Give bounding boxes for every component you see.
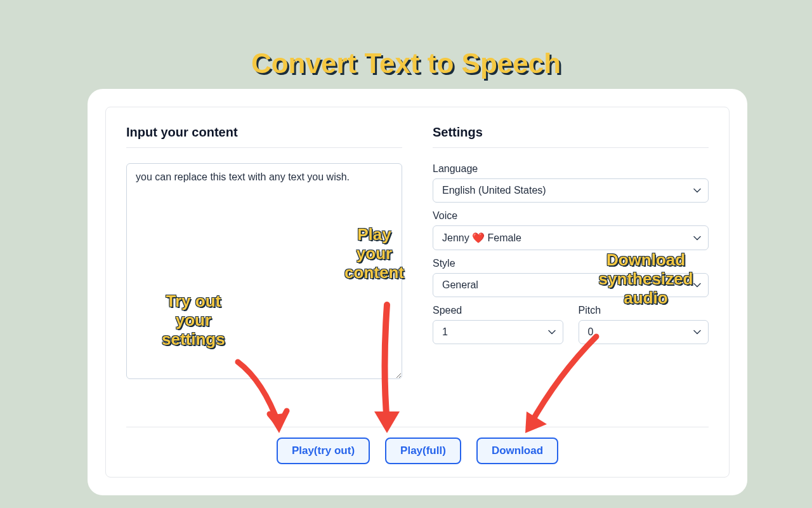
annotation-download: Download synthesized audio (576, 251, 716, 308)
arrow-icon (508, 330, 609, 444)
speed-label: Speed (433, 305, 563, 316)
svg-marker-0 (268, 413, 289, 433)
language-select[interactable]: English (United States) (433, 178, 709, 203)
svg-marker-1 (374, 411, 400, 433)
voice-label: Voice (433, 210, 709, 222)
language-label: Language (433, 163, 709, 175)
voice-select[interactable]: Jenny ❤️ Female (433, 225, 709, 250)
divider (126, 427, 709, 427)
annotation-tryout: Try out your settings (162, 292, 225, 349)
arrow-icon (225, 356, 301, 444)
annotation-play: Play your content (324, 225, 425, 283)
input-header: Input your content (126, 125, 402, 148)
play-full-button[interactable]: Play(full) (385, 438, 461, 464)
settings-header: Settings (433, 125, 709, 148)
page-title: Convert Text to Speech (251, 48, 561, 79)
action-bar: Play(try out) Play(full) Download (126, 438, 709, 464)
arrow-icon (365, 298, 409, 441)
